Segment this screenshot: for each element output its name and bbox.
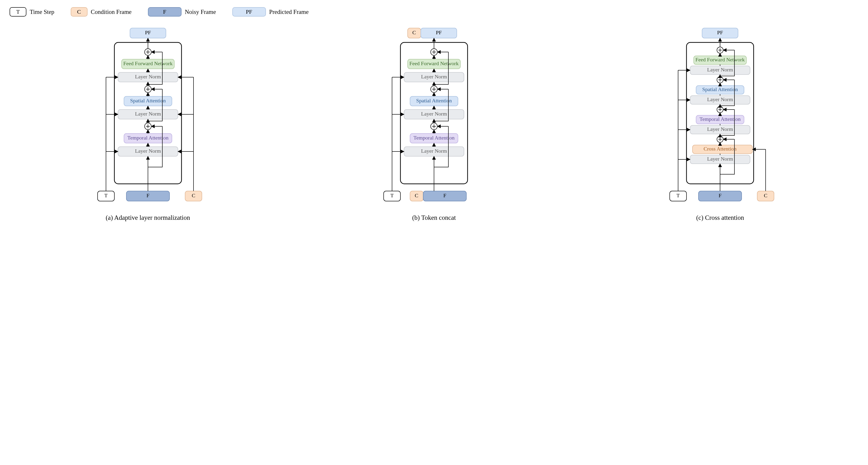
ln-3-label: Layer Norm: [421, 74, 447, 79]
ln-2-label: Layer Norm: [135, 111, 161, 117]
input-f-label: F: [147, 193, 149, 198]
legend-pf-label: Predicted Frame: [269, 9, 309, 15]
legend-timestep: T Time Step: [9, 7, 55, 16]
caption-c: (c) Cross attention: [696, 214, 744, 222]
input-c-label: C: [415, 193, 418, 198]
ffn-label: Feed Forward Network: [123, 60, 173, 66]
output-pf-label: PF: [717, 30, 723, 35]
ln-2-label: Layer Norm: [421, 111, 447, 117]
legend-t-box: T: [9, 7, 26, 16]
ffn-label: Feed Forward Network: [695, 57, 745, 63]
ln-4-label: Layer Norm: [707, 67, 733, 73]
spatial-attn-label: Spatial Attention: [702, 86, 738, 92]
panel-c: PF Feed Forward Network Layer Norm Spati…: [580, 23, 861, 222]
legend-c-label: Condition Frame: [91, 9, 132, 15]
ln-1-label: Layer Norm: [707, 156, 733, 162]
plus-3: [717, 106, 723, 113]
input-f-label: F: [719, 193, 721, 198]
panel-a: PF Feed Forward Network Layer Norm Spati…: [7, 23, 288, 222]
output-c-label: C: [412, 30, 416, 35]
input-t-label: T: [390, 193, 394, 198]
input-t-label: T: [104, 193, 108, 198]
plus-2: [717, 77, 723, 83]
ln-3-label: Layer Norm: [135, 74, 161, 79]
diagram-c: PF Feed Forward Network Layer Norm Spati…: [662, 23, 778, 210]
ln-3-label: Layer Norm: [707, 96, 733, 102]
spatial-attn-label: Spatial Attention: [130, 98, 166, 104]
input-c-label: C: [192, 193, 195, 198]
ln-2-label: Layer Norm: [707, 126, 733, 132]
diagram-a: PF Feed Forward Network Layer Norm Spati…: [90, 23, 206, 210]
caption-b: (b) Token concat: [412, 214, 456, 222]
diagram-b: C PF Feed Forward Network Layer Norm Spa…: [376, 23, 492, 210]
legend-condition: C Condition Frame: [71, 7, 132, 16]
input-t-label: T: [677, 193, 680, 198]
panels-row: PF Feed Forward Network Layer Norm Spati…: [7, 23, 861, 222]
legend-pf-box: PF: [232, 7, 266, 16]
plus-1: [717, 47, 723, 53]
legend-c-box: C: [71, 7, 88, 16]
input-f-label: F: [443, 193, 446, 198]
plus-4: [717, 136, 723, 142]
legend-f-label: Noisy Frame: [185, 9, 216, 15]
plus-1: [145, 49, 151, 55]
input-c-label: C: [764, 193, 768, 198]
output-pf-label: PF: [145, 30, 151, 35]
spatial-attn-label: Spatial Attention: [416, 98, 452, 104]
caption-a: (a) Adaptive layer normalization: [106, 214, 190, 222]
ffn-label: Feed Forward Network: [409, 60, 459, 66]
legend-f-box: F: [148, 7, 182, 16]
legend-row: T Time Step C Condition Frame F Noisy Fr…: [7, 7, 861, 16]
plus-3: [145, 123, 151, 130]
plus-2: [145, 86, 151, 93]
ln-1-label: Layer Norm: [421, 148, 447, 154]
plus-3: [431, 123, 437, 130]
legend-t-label: Time Step: [30, 9, 55, 15]
plus-2: [431, 86, 437, 93]
ln-1-label: Layer Norm: [135, 148, 161, 154]
output-pf-label: PF: [436, 30, 442, 35]
cross-attn-label: Cross Attention: [704, 146, 737, 152]
plus-1: [431, 49, 437, 55]
panel-b: C PF Feed Forward Network Layer Norm Spa…: [293, 23, 575, 222]
legend-predicted: PF Predicted Frame: [232, 7, 309, 16]
legend-noisy: F Noisy Frame: [148, 7, 216, 16]
